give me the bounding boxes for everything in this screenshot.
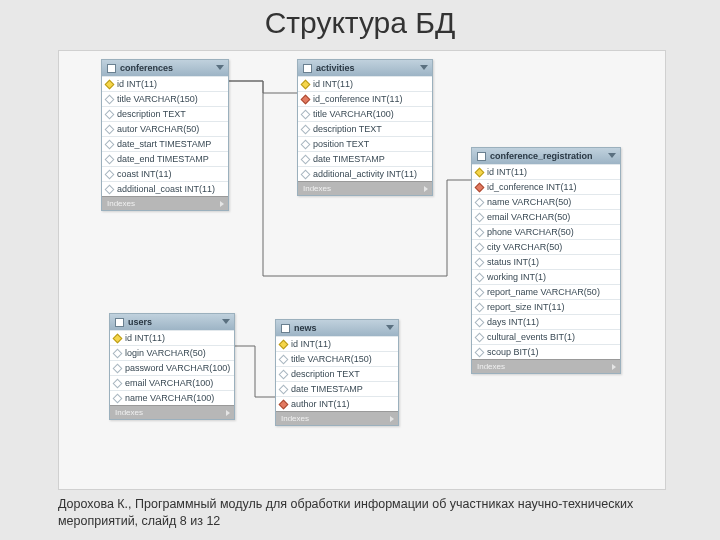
column-icon [475,317,485,327]
primary-key-icon [279,339,289,349]
column-label: title VARCHAR(100) [313,109,394,119]
column-row[interactable]: email VARCHAR(50) [472,209,620,224]
table-header[interactable]: users [110,314,234,330]
column-icon [475,347,485,357]
column-row[interactable]: description TEXT [276,366,398,381]
column-row[interactable]: working INT(1) [472,269,620,284]
expand-icon[interactable] [390,416,394,422]
column-row[interactable]: additional_coast INT(11) [102,181,228,196]
expand-icon[interactable] [424,186,428,192]
column-row[interactable]: title VARCHAR(150) [276,351,398,366]
column-row[interactable]: id INT(11) [110,330,234,345]
column-label: name VARCHAR(100) [125,393,214,403]
column-row[interactable]: title VARCHAR(100) [298,106,432,121]
column-row[interactable]: email VARCHAR(100) [110,375,234,390]
column-row[interactable]: author INT(11) [276,396,398,411]
column-label: scoup BIT(1) [487,347,539,357]
column-row[interactable]: name VARCHAR(50) [472,194,620,209]
primary-key-icon [105,79,115,89]
table-icon [115,318,124,327]
column-row[interactable]: id_conference INT(11) [472,179,620,194]
column-label: days INT(11) [487,317,539,327]
column-row[interactable]: date_start TIMESTAMP [102,136,228,151]
table-news[interactable]: newsid INT(11)title VARCHAR(150)descript… [275,319,399,426]
column-label: description TEXT [313,124,382,134]
column-row[interactable]: date_end TIMESTAMP [102,151,228,166]
expand-icon[interactable] [226,410,230,416]
column-label: additional_activity INT(11) [313,169,417,179]
table-name: activities [316,63,355,73]
indexes-footer[interactable]: Indexes [110,405,234,419]
column-row[interactable]: date TIMESTAMP [276,381,398,396]
collapse-icon[interactable] [216,65,224,70]
foreign-key-icon [475,182,485,192]
column-row[interactable]: id INT(11) [472,164,620,179]
indexes-footer[interactable]: Indexes [472,359,620,373]
column-row[interactable]: cultural_events BIT(1) [472,329,620,344]
column-row[interactable]: position TEXT [298,136,432,151]
column-label: cultural_events BIT(1) [487,332,575,342]
table-header[interactable]: news [276,320,398,336]
column-row[interactable]: name VARCHAR(100) [110,390,234,405]
column-row[interactable]: report_size INT(11) [472,299,620,314]
column-icon [113,378,123,388]
column-label: report_name VARCHAR(50) [487,287,600,297]
column-icon [279,384,289,394]
column-label: coast INT(11) [117,169,172,179]
column-label: id INT(11) [313,79,353,89]
column-icon [475,212,485,222]
column-row[interactable]: id INT(11) [102,76,228,91]
column-row[interactable]: autor VARCHAR(50) [102,121,228,136]
column-label: date_start TIMESTAMP [117,139,211,149]
collapse-icon[interactable] [420,65,428,70]
column-row[interactable]: status INT(1) [472,254,620,269]
column-icon [301,124,311,134]
table-header[interactable]: conferences [102,60,228,76]
expand-icon[interactable] [220,201,224,207]
column-row[interactable]: additional_activity INT(11) [298,166,432,181]
table-icon [107,64,116,73]
column-icon [301,154,311,164]
column-row[interactable]: date TIMESTAMP [298,151,432,166]
column-row[interactable]: description TEXT [298,121,432,136]
collapse-icon[interactable] [608,153,616,158]
table-header[interactable]: conference_registration [472,148,620,164]
slide-caption: Дорохова К., Программный модуль для обра… [58,496,662,530]
column-label: description TEXT [117,109,186,119]
column-row[interactable]: id INT(11) [298,76,432,91]
column-row[interactable]: title VARCHAR(150) [102,91,228,106]
column-label: email VARCHAR(50) [487,212,570,222]
column-row[interactable]: description TEXT [102,106,228,121]
indexes-label: Indexes [107,199,135,208]
column-row[interactable]: id_conference INT(11) [298,91,432,106]
column-row[interactable]: scoup BIT(1) [472,344,620,359]
indexes-label: Indexes [303,184,331,193]
column-icon [105,154,115,164]
collapse-icon[interactable] [222,319,230,324]
indexes-footer[interactable]: Indexes [102,196,228,210]
indexes-footer[interactable]: Indexes [276,411,398,425]
column-row[interactable]: report_name VARCHAR(50) [472,284,620,299]
table-activities[interactable]: activitiesid INT(11)id_conference INT(11… [297,59,433,196]
column-row[interactable]: city VARCHAR(50) [472,239,620,254]
collapse-icon[interactable] [386,325,394,330]
column-row[interactable]: coast INT(11) [102,166,228,181]
column-row[interactable]: login VARCHAR(50) [110,345,234,360]
indexes-label: Indexes [477,362,505,371]
table-header[interactable]: activities [298,60,432,76]
column-row[interactable]: id INT(11) [276,336,398,351]
column-icon [105,124,115,134]
table-conference-registration[interactable]: conference_registrationid INT(11)id_conf… [471,147,621,374]
table-icon [477,152,486,161]
indexes-footer[interactable]: Indexes [298,181,432,195]
column-row[interactable]: days INT(11) [472,314,620,329]
column-row[interactable]: password VARCHAR(100) [110,360,234,375]
column-icon [475,272,485,282]
table-conferences[interactable]: conferencesid INT(11)title VARCHAR(150)d… [101,59,229,211]
column-label: city VARCHAR(50) [487,242,562,252]
column-row[interactable]: phone VARCHAR(50) [472,224,620,239]
table-users[interactable]: usersid INT(11)login VARCHAR(50)password… [109,313,235,420]
column-label: date TIMESTAMP [313,154,385,164]
expand-icon[interactable] [612,364,616,370]
table-name: conference_registration [490,151,593,161]
